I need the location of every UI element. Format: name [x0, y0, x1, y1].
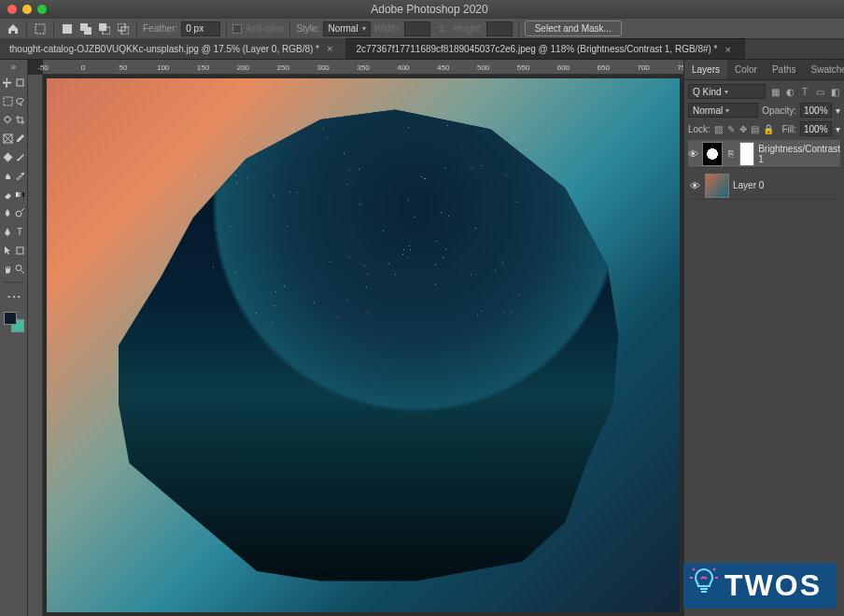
history-brush-tool-icon[interactable]	[14, 167, 26, 184]
lock-position-icon[interactable]: ✥	[738, 123, 747, 134]
layer-name[interactable]: Layer 0	[733, 180, 764, 190]
blur-tool-icon[interactable]	[2, 204, 14, 221]
svg-rect-9	[4, 97, 12, 105]
close-icon[interactable]: ×	[327, 43, 332, 54]
document-tab[interactable]: 2c77367f17711689cf8189045037c2e6.jpeg @ …	[346, 38, 745, 59]
document-tab[interactable]: thought-catalog-OJZB0VUQKKc-unsplash.jpg…	[0, 38, 346, 59]
layer-item[interactable]: 👁 ⎘ Brightness/Contrast 1	[688, 140, 840, 168]
layer-name[interactable]: Brightness/Contrast 1	[758, 144, 840, 164]
layers-panel: Q Kind▾ ▦ ◐ T ▭ ◧ Normal▾ Opacity: ▾ Loc…	[684, 80, 844, 616]
feather-input[interactable]	[181, 21, 220, 36]
chevron-down-icon[interactable]: ▾	[836, 105, 840, 116]
panel-tab-paths[interactable]: Paths	[765, 60, 804, 79]
selection-add-icon[interactable]	[78, 21, 93, 36]
svg-rect-8	[17, 79, 23, 86]
zoom-tool-icon[interactable]	[14, 260, 26, 277]
lock-transparent-icon[interactable]: ▨	[714, 123, 723, 134]
svg-rect-3	[84, 27, 91, 35]
hand-tool-icon[interactable]	[2, 260, 14, 277]
marquee-tool-icon[interactable]	[33, 21, 48, 36]
panels-column: Layers Color Paths Swatches Q Kind▾ ▦ ◐ …	[683, 60, 844, 616]
eyedropper-tool-icon[interactable]	[14, 130, 26, 147]
path-select-tool-icon[interactable]	[2, 242, 14, 259]
document-tabs: thought-catalog-OJZB0VUQKKc-unsplash.jpg…	[0, 39, 844, 60]
window-close-button[interactable]	[7, 5, 17, 14]
layer-thumbnail[interactable]	[705, 174, 729, 198]
heal-tool-icon[interactable]	[2, 148, 14, 165]
type-tool-icon[interactable]: T	[14, 223, 26, 240]
layer-mask-thumbnail[interactable]	[739, 142, 755, 166]
link-icon: ⎘	[726, 148, 736, 160]
svg-rect-1	[63, 24, 72, 34]
svg-rect-17	[17, 247, 23, 254]
filter-shape-icon[interactable]: ▭	[814, 86, 825, 97]
panel-tab-swatches[interactable]: Swatches	[804, 60, 845, 79]
svg-rect-12	[3, 152, 12, 161]
opacity-label: Opacity:	[762, 105, 796, 116]
selection-new-icon[interactable]	[60, 21, 75, 36]
svg-rect-14	[16, 192, 24, 197]
eraser-tool-icon[interactable]	[2, 186, 14, 203]
filter-image-icon[interactable]: ▦	[769, 86, 781, 97]
panel-tabs: Layers Color Paths Swatches	[684, 60, 844, 80]
select-and-mask-button[interactable]: Select and Mask...	[525, 21, 622, 36]
pen-tool-icon[interactable]	[2, 223, 14, 240]
layer-thumbnail[interactable]	[702, 142, 722, 166]
fill-input[interactable]	[800, 121, 832, 136]
gradient-tool-icon[interactable]	[14, 186, 26, 203]
canvas-area: -500501001502002503003504004505005506006…	[28, 60, 683, 616]
window-zoom-button[interactable]	[37, 5, 47, 14]
window-minimize-button[interactable]	[22, 5, 32, 14]
antialias-label: Anti-alias	[246, 23, 284, 34]
selection-subtract-icon[interactable]	[97, 21, 112, 36]
document-tab-label: thought-catalog-OJZB0VUQKKc-unsplash.jpg…	[9, 44, 319, 54]
lock-paint-icon[interactable]: ✎	[726, 123, 735, 134]
brush-tool-icon[interactable]	[14, 148, 26, 165]
chevron-down-icon[interactable]: ▾	[836, 124, 840, 134]
home-icon[interactable]	[6, 21, 21, 36]
height-input	[486, 21, 513, 36]
window-titlebar: Adobe Photoshop 2020	[0, 0, 844, 19]
lock-all-icon[interactable]: 🔒	[763, 123, 774, 134]
close-icon[interactable]: ×	[725, 44, 731, 55]
color-swatches[interactable]	[4, 312, 24, 332]
visibility-icon[interactable]: 👁	[688, 180, 701, 191]
foreground-color-swatch[interactable]	[4, 312, 17, 325]
canvas[interactable]	[43, 75, 683, 616]
shape-tool-icon[interactable]	[14, 242, 26, 259]
filter-type-icon[interactable]: T	[799, 86, 810, 97]
watermark-badge: TWOS	[683, 563, 837, 609]
panel-tab-layers[interactable]: Layers	[684, 60, 727, 79]
style-dropdown[interactable]: Normal▾	[323, 21, 370, 36]
fill-label: Fill:	[781, 124, 796, 134]
layer-filter-kind-dropdown[interactable]: Q Kind▾	[688, 84, 766, 99]
document-tab-label: 2c77367f17711689cf8189045037c2e6.jpeg @ …	[356, 44, 717, 54]
selection-intersect-icon[interactable]	[116, 21, 131, 36]
panel-tab-color[interactable]: Color	[727, 60, 765, 79]
lock-nest-icon[interactable]: ▤	[751, 123, 759, 134]
width-input	[404, 21, 430, 36]
edit-toolbar-icon[interactable]: ⋯	[2, 287, 26, 304]
quick-select-tool-icon[interactable]	[2, 111, 14, 128]
filter-smart-icon[interactable]: ◧	[829, 86, 840, 97]
marquee-tool-icon[interactable]	[2, 92, 14, 109]
app-title: Adobe Photoshop 2020	[7, 3, 844, 16]
filter-adjust-icon[interactable]: ◐	[784, 86, 795, 97]
svg-point-18	[16, 265, 21, 271]
swap-dim-icon	[434, 21, 449, 36]
clone-tool-icon[interactable]	[2, 167, 14, 184]
expand-handle-icon[interactable]: »	[6, 62, 22, 72]
lasso-tool-icon[interactable]	[14, 92, 26, 109]
height-label: Height:	[453, 23, 483, 34]
artboard-tool-icon[interactable]	[14, 74, 26, 91]
dodge-tool-icon[interactable]	[14, 204, 26, 221]
blend-mode-dropdown[interactable]: Normal▾	[688, 103, 758, 118]
crop-tool-icon[interactable]	[14, 111, 26, 128]
frame-tool-icon[interactable]	[2, 130, 14, 147]
move-tool-icon[interactable]	[2, 74, 14, 91]
chevron-down-icon: ▾	[724, 88, 728, 96]
opacity-input[interactable]	[800, 103, 832, 118]
visibility-icon[interactable]: 👁	[688, 148, 698, 160]
chevron-down-icon: ▾	[725, 106, 729, 115]
layer-item[interactable]: 👁 Layer 0	[688, 172, 840, 200]
